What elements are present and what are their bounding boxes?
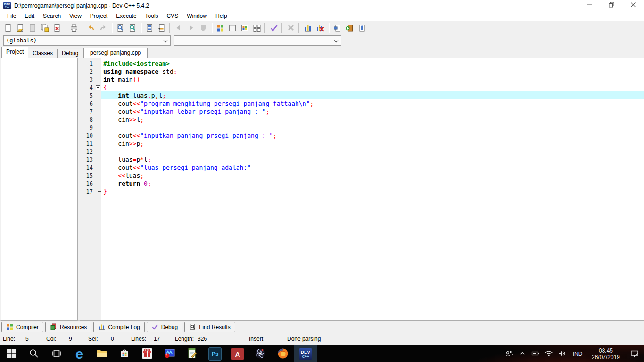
add-to-project-button[interactable] — [343, 22, 355, 33]
taskbar-gift[interactable] — [136, 345, 158, 362]
language-indicator[interactable]: IND — [569, 351, 586, 357]
print-button[interactable] — [68, 22, 80, 33]
code-line-9[interactable] — [101, 123, 644, 132]
tab-resources[interactable]: Resources — [45, 322, 91, 332]
devcpp-logo-icon: DEVC++ — [3, 2, 11, 9]
code-line-13[interactable]: luas=p*l; — [101, 156, 644, 164]
menu-tools[interactable]: Tools — [141, 12, 163, 20]
compile-button[interactable] — [214, 22, 226, 33]
code-line-17[interactable]: } — [101, 188, 644, 196]
taskbar-photoshop[interactable]: Ps — [204, 345, 226, 362]
run-button[interactable] — [226, 22, 239, 33]
save-all-button[interactable] — [39, 22, 51, 33]
globals-combobox[interactable]: (globals) — [3, 35, 171, 46]
menu-execute[interactable]: Execute — [112, 12, 140, 20]
members-combobox[interactable] — [174, 35, 341, 46]
volume-button[interactable] — [555, 345, 569, 362]
menu-window[interactable]: Window — [182, 12, 211, 20]
rebuild-button[interactable] — [251, 22, 263, 33]
status-label: Line: — [3, 336, 22, 342]
syntax-check-button[interactable] — [268, 22, 280, 33]
fold-line-marker — [95, 156, 101, 164]
goto-function-button[interactable] — [156, 22, 168, 33]
taskbar-edge[interactable]: e — [68, 345, 91, 362]
tab-compiler[interactable]: Compiler — [1, 322, 43, 332]
tab-classes[interactable]: Classes — [28, 49, 58, 58]
code-line-11[interactable]: cin>>p; — [101, 140, 644, 148]
taskbar-access[interactable]: A — [226, 345, 249, 362]
code-line-16[interactable]: return 0; — [101, 180, 644, 188]
battery-button[interactable] — [529, 345, 542, 362]
line-number: 7 — [80, 108, 95, 115]
tab-compile-log[interactable]: Compile Log — [93, 322, 144, 332]
compile-run-button[interactable] — [239, 22, 251, 33]
tabs-row: Project Classes Debug persegi panjang.cp… — [0, 47, 644, 58]
tab-project[interactable]: Project — [1, 47, 28, 58]
taskbar-store[interactable] — [113, 345, 136, 362]
menu-project[interactable]: Project — [86, 12, 112, 20]
goto-line-button[interactable] — [143, 22, 156, 33]
code-line-10[interactable]: cout<<"inputkan panjang prsegi panjang :… — [101, 132, 644, 140]
menu-cvs[interactable]: CVS — [163, 12, 183, 20]
remove-from-project-button[interactable] — [355, 22, 368, 33]
menu-help[interactable]: Help — [211, 12, 231, 20]
close-button[interactable] — [622, 0, 644, 11]
undo-icon — [86, 23, 96, 33]
code-line-1[interactable]: #include<iostream> — [101, 59, 644, 67]
tab-find-results[interactable]: Find Results — [184, 322, 235, 332]
restore-button[interactable] — [601, 0, 622, 11]
code-line-14[interactable]: cout<<"luas persegi panjang adalah:" — [101, 164, 644, 172]
fold-toggle-icon[interactable] — [95, 83, 101, 91]
code-line-2[interactable]: using namespace std; — [101, 67, 644, 75]
taskbar-notepad[interactable] — [181, 345, 204, 362]
close-file-button[interactable] — [51, 22, 63, 33]
taskbar-devcpp[interactable]: DEVC++ — [294, 345, 317, 362]
tab-resources-label: Resources — [60, 324, 87, 330]
tab-debug[interactable]: Debug — [57, 49, 83, 58]
action-center-button[interactable] — [625, 345, 644, 362]
open-file-button[interactable] — [14, 22, 26, 33]
code-line-4[interactable]: { — [101, 83, 644, 91]
taskbar-explorer[interactable] — [91, 345, 113, 362]
chevron-up-button[interactable] — [516, 345, 529, 362]
project-panel[interactable] — [1, 58, 78, 321]
code-line-8[interactable]: cin>>l; — [101, 115, 644, 123]
gutter-row: 14 — [80, 164, 101, 172]
code-line-5[interactable]: int luas,p,l; — [101, 91, 644, 99]
code-line-12[interactable] — [101, 148, 644, 156]
close-project-button[interactable] — [331, 22, 343, 33]
menu-search[interactable]: Search — [39, 12, 65, 20]
replace-button[interactable] — [126, 22, 139, 33]
undo-button[interactable] — [85, 22, 97, 33]
code-line-6[interactable]: cout<<"program menghitung persegi panjan… — [101, 99, 644, 107]
status-segment-empty — [219, 333, 246, 345]
delete-profiling-button[interactable] — [314, 22, 326, 33]
taskbar-search[interactable] — [23, 345, 45, 362]
new-file-button[interactable] — [2, 22, 14, 33]
find-button[interactable] — [114, 22, 126, 33]
people-button[interactable] — [503, 345, 516, 362]
run-icon — [228, 23, 237, 33]
code-line-3[interactable]: int main() — [101, 75, 644, 83]
save-all-icon — [40, 23, 50, 33]
code-line-7[interactable]: cout<<"inputkan lebar prsegi panjang : "… — [101, 107, 644, 115]
taskbar-macro-recorder[interactable] — [158, 345, 181, 362]
code-line-15[interactable]: <<luas; — [101, 172, 644, 180]
menu-edit[interactable]: Edit — [20, 12, 39, 20]
taskbar-start[interactable] — [0, 345, 23, 362]
menu-file[interactable]: File — [3, 12, 20, 20]
clock[interactable]: 08.45 26/07/2019 — [586, 347, 625, 361]
taskbar-taskview[interactable] — [45, 345, 68, 362]
fold-line-marker — [95, 115, 101, 123]
new-file-icon — [3, 23, 13, 33]
taskbar-firefox[interactable] — [272, 345, 294, 362]
menu-view[interactable]: View — [65, 12, 86, 20]
editor-tab-persegi-panjang[interactable]: persegi panjang.cpp — [83, 48, 148, 58]
profile-button[interactable] — [302, 22, 314, 33]
tab-debug-bottom[interactable]: Debug — [147, 322, 182, 332]
resources-icon — [50, 323, 57, 330]
wifi-button[interactable] — [542, 345, 555, 362]
taskbar-atom[interactable] — [249, 345, 272, 362]
code-area[interactable]: #include<iostream>using namespace std;in… — [101, 58, 644, 320]
minimize-button[interactable] — [579, 0, 601, 11]
